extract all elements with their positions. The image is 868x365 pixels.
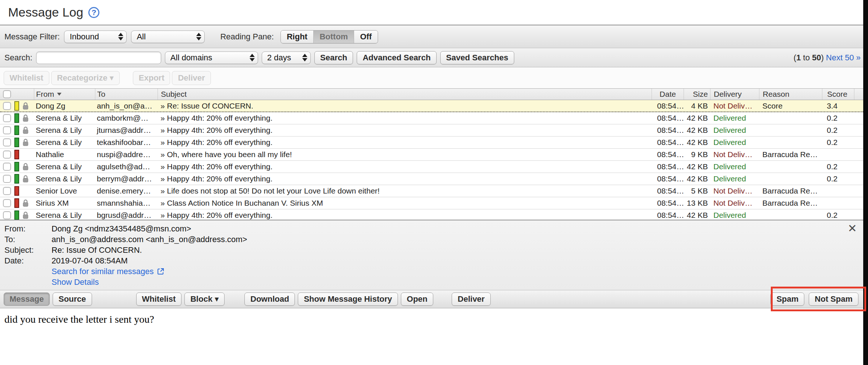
advanced-search-button[interactable]: Advanced Search xyxy=(357,51,437,64)
row-subject: » Happy 4th: 20% off everything. xyxy=(158,209,652,220)
row-date: 08:54… xyxy=(652,197,684,209)
view-source-button[interactable]: Source xyxy=(53,293,92,306)
row-date: 08:54… xyxy=(652,149,684,160)
row-checkbox[interactable] xyxy=(3,114,11,122)
row-score: 0.2 xyxy=(822,112,854,124)
whitelist-button[interactable]: Whitelist xyxy=(4,71,49,85)
table-header-from[interactable]: From xyxy=(34,89,95,100)
select-all-checkbox[interactable] xyxy=(3,90,11,98)
message-row[interactable]: Serena & Lily berrym@addr… » Happy 4th: … xyxy=(0,173,863,185)
message-category-select[interactable]: All xyxy=(131,31,205,43)
message-row[interactable]: Senior Love denise.emery… » Life does no… xyxy=(0,185,863,197)
message-row[interactable]: Nathalie nuspi@addre… » Oh, where have y… xyxy=(0,149,863,161)
row-from: Serena & Lily xyxy=(34,173,95,185)
row-subject: » Oh, where have you been all my life! xyxy=(158,149,652,160)
pagination-from: 1 xyxy=(796,53,801,62)
row-to: berrym@addr… xyxy=(95,173,158,185)
detail-from-label: From: xyxy=(0,224,52,234)
row-select-cell xyxy=(0,137,34,148)
row-delivery: Delivered xyxy=(710,209,759,220)
search-toolbar: Search: All domains 2 days Search Advanc… xyxy=(0,48,868,67)
view-message-button[interactable]: Message xyxy=(4,293,50,306)
row-delivery: Not Deliv… xyxy=(710,185,759,197)
similar-messages-link-text: Search for similar messages xyxy=(52,267,154,276)
row-score: 3.4 xyxy=(822,100,854,111)
row-subject: » Happy 4th: 20% off everything. xyxy=(158,173,652,185)
message-row[interactable]: Serena & Lily camborkm@… » Happy 4th: 20… xyxy=(0,112,863,124)
row-checkbox[interactable] xyxy=(3,199,11,207)
row-checkbox[interactable] xyxy=(3,187,11,195)
row-checkbox[interactable] xyxy=(3,163,11,171)
row-checkbox[interactable] xyxy=(3,102,11,110)
message-row[interactable]: Serena & Lily agulseth@ad… » Happy 4th: … xyxy=(0,161,863,173)
row-score xyxy=(822,149,854,160)
open-button[interactable]: Open xyxy=(401,293,433,306)
row-to: anh_is_on@a… xyxy=(95,100,158,111)
row-date: 08:54… xyxy=(652,124,684,136)
message-row[interactable]: Sirius XM smannshahia… » Class Action No… xyxy=(0,197,863,209)
row-from: Serena & Lily xyxy=(34,209,95,220)
table-header-subject[interactable]: Subject xyxy=(158,89,652,100)
row-from: Serena & Lily xyxy=(34,161,95,173)
table-header-date[interactable]: Date xyxy=(652,89,684,100)
similar-messages-link[interactable]: Search for similar messages xyxy=(52,267,165,276)
row-checkbox[interactable] xyxy=(3,211,11,219)
search-button[interactable]: Search xyxy=(314,51,353,64)
table-header-to[interactable]: To xyxy=(95,89,158,100)
row-from: Sirius XM xyxy=(34,197,95,209)
table-header-reason[interactable]: Reason xyxy=(759,89,822,100)
reading-pane-off-button[interactable]: Off xyxy=(354,31,378,43)
spam-button[interactable]: Spam xyxy=(770,293,804,306)
status-indicator-icon xyxy=(14,210,19,220)
message-row[interactable]: Serena & Lily bgrusd@addr… » Happy 4th: … xyxy=(0,209,863,220)
row-pad xyxy=(854,149,863,160)
export-button[interactable]: Export xyxy=(133,71,170,85)
download-button[interactable]: Download xyxy=(244,293,295,306)
row-size: 4 KB xyxy=(684,100,710,111)
message-row[interactable]: Serena & Lily tekashifoobar… » Happy 4th… xyxy=(0,137,863,149)
deliver-button[interactable]: Deliver xyxy=(172,71,211,85)
show-message-history-button[interactable]: Show Message History xyxy=(298,293,398,306)
message-row[interactable]: Serena & Lily jturnas@addr… » Happy 4th:… xyxy=(0,124,863,137)
row-size: 13 KB xyxy=(684,197,710,209)
row-to: smannshahia… xyxy=(95,197,158,209)
row-date: 08:54… xyxy=(652,161,684,173)
message-direction-select[interactable]: Inbound xyxy=(64,31,127,43)
reading-pane-bottom-button[interactable]: Bottom xyxy=(313,31,354,43)
domain-select[interactable]: All domains xyxy=(165,52,258,64)
row-checkbox[interactable] xyxy=(3,150,11,159)
row-checkbox[interactable] xyxy=(3,175,11,183)
detail-subject-label: Subject: xyxy=(0,245,52,255)
next-page-link[interactable]: Next 50 » xyxy=(826,53,861,62)
table-header-select xyxy=(0,89,34,100)
status-indicator-icon xyxy=(14,150,19,159)
row-size: 42 KB xyxy=(684,124,710,136)
not-spam-button[interactable]: Not Spam xyxy=(809,293,858,306)
help-icon[interactable]: ? xyxy=(88,7,99,18)
table-header-row: From To Subject Date Size Delivery Reaso… xyxy=(0,88,863,100)
reading-pane-right-button[interactable]: Right xyxy=(281,31,313,43)
show-details-link[interactable]: Show Details xyxy=(52,277,99,287)
message-category-value: All xyxy=(137,32,145,42)
table-header-size[interactable]: Size xyxy=(684,89,710,100)
row-checkbox[interactable] xyxy=(3,138,11,146)
status-indicator-icon xyxy=(14,186,19,196)
saved-searches-button[interactable]: Saved Searches xyxy=(440,51,514,64)
table-header-delivery[interactable]: Delivery xyxy=(710,89,759,100)
row-checkbox[interactable] xyxy=(3,126,11,134)
message-row[interactable]: Dong Zg anh_is_on@a… » Re: Issue Of CONC… xyxy=(0,100,863,112)
row-size: 42 KB xyxy=(684,209,710,220)
recategorize-button[interactable]: Recategorize ▾ xyxy=(51,71,120,85)
detail-from-value: Dong Zg <ndmz34354485@msn.com> xyxy=(52,224,191,234)
select-stepper-icon xyxy=(250,54,255,61)
whitelist-message-button[interactable]: Whitelist xyxy=(136,293,182,306)
close-preview-icon[interactable]: ✕ xyxy=(848,222,857,235)
row-pad xyxy=(854,185,863,197)
row-reason: Barracuda Re… xyxy=(759,149,822,160)
row-size: 9 KB xyxy=(684,149,710,160)
search-input[interactable] xyxy=(36,52,161,64)
table-header-score[interactable]: Score xyxy=(822,89,854,100)
date-range-select[interactable]: 2 days xyxy=(262,52,311,64)
block-message-button[interactable]: Block ▾ xyxy=(184,293,225,306)
deliver-message-button[interactable]: Deliver xyxy=(452,293,490,306)
